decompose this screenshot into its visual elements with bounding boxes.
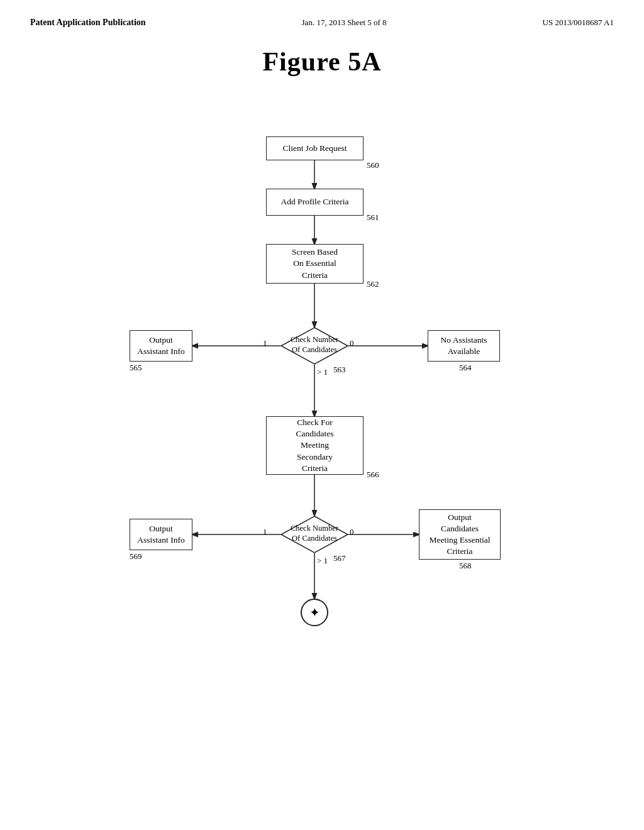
- label-gt1-top: > 1: [317, 367, 328, 377]
- label-1-bot: 1: [263, 527, 267, 537]
- svg-text:Of Candidates: Of Candidates: [292, 345, 337, 354]
- client-job-request-box: Client Job Request: [266, 136, 364, 160]
- ref-568: 568: [459, 561, 472, 571]
- check-candidates-1-diamond: Check Number Of Candidates: [280, 327, 348, 365]
- ref-561: 561: [367, 213, 379, 223]
- label-gt1-bot: > 1: [317, 556, 328, 566]
- ref-566: 566: [367, 470, 379, 480]
- ref-562: 562: [367, 279, 379, 289]
- output-assistant-2-box: Output Assistant Info: [130, 519, 192, 550]
- no-assistants-box: No Assistants Available: [428, 330, 500, 362]
- label-0-bot: 0: [350, 527, 354, 537]
- check-candidates-2-diamond: Check Number Of Candidates: [280, 516, 348, 553]
- screen-based-box: Screen Based On Essential Criteria: [266, 244, 364, 284]
- terminal-star: ✦: [309, 605, 320, 620]
- ref-565: 565: [130, 363, 142, 373]
- label-1-top: 1: [263, 338, 267, 348]
- figure-title: Figure 5A: [0, 47, 644, 77]
- svg-text:Check Number: Check Number: [291, 335, 339, 344]
- page-header: Patent Application Publication Jan. 17, …: [0, 0, 644, 28]
- svg-text:Of Candidates: Of Candidates: [292, 534, 337, 543]
- check-for-candidates-box: Check For Candidates Meeting Secondary C…: [266, 416, 364, 475]
- header-right: US 2013/0018687 A1: [543, 18, 614, 28]
- ref-567: 567: [333, 553, 346, 563]
- ref-569: 569: [130, 551, 142, 562]
- ref-563: 563: [333, 365, 346, 375]
- output-candidates-box: Output Candidates Meeting Essential Crit…: [419, 509, 501, 560]
- ref-560: 560: [367, 160, 379, 170]
- svg-text:Check Number: Check Number: [291, 524, 339, 533]
- header-center: Jan. 17, 2013 Sheet 5 of 8: [302, 18, 387, 28]
- output-assistant-1-box: Output Assistant Info: [130, 330, 192, 362]
- add-profile-criteria-box: Add Profile Criteria: [266, 189, 364, 216]
- header-left: Patent Application Publication: [30, 18, 146, 28]
- label-0-top: 0: [350, 338, 354, 348]
- terminal-circle: ✦: [301, 599, 328, 626]
- ref-564: 564: [459, 363, 472, 373]
- flowchart: Client Job Request 560 Add Profile Crite…: [0, 96, 644, 812]
